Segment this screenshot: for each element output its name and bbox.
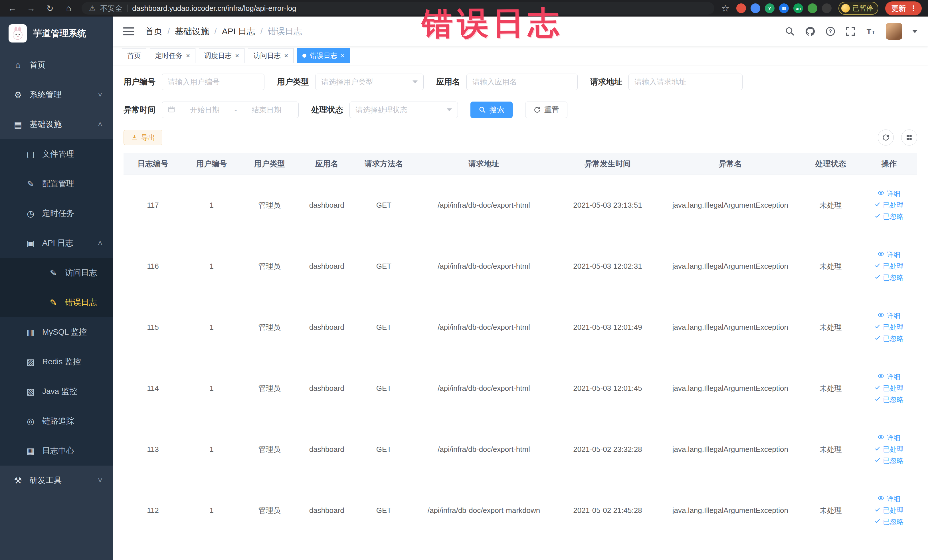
sidebar-item-error-log[interactable]: ✎错误日志 — [0, 288, 113, 317]
cell-user-type: 管理员 — [241, 297, 298, 358]
extension-record-icon[interactable] — [736, 3, 746, 13]
ignored-action[interactable]: 已忽略 — [875, 395, 904, 404]
sidebar-item-system[interactable]: ⚙系统管理˅ — [0, 80, 113, 110]
user-id-input[interactable] — [162, 73, 264, 90]
sidebar-toggle-icon[interactable] — [123, 27, 134, 35]
bookmark-star-icon[interactable]: ☆ — [721, 3, 730, 14]
export-button[interactable]: 导出 — [124, 130, 162, 145]
breadcrumb-item[interactable]: 首页 — [145, 26, 162, 37]
search-button[interactable]: 搜索 — [470, 102, 513, 118]
end-date-input[interactable] — [240, 105, 293, 114]
error-time-input[interactable]: - — [162, 102, 299, 118]
detail-action[interactable]: 详细 — [878, 311, 901, 320]
search-icon[interactable] — [785, 26, 795, 37]
sidebar-item-trace[interactable]: ◎链路追踪 — [0, 406, 113, 436]
close-icon[interactable]: × — [235, 52, 239, 59]
update-button[interactable]: 更新 ⋮ — [885, 2, 922, 15]
reload-icon[interactable]: ↻ — [44, 3, 56, 14]
tab-job[interactable]: 定时任务× — [150, 48, 195, 63]
detail-action-icon — [878, 433, 884, 442]
detail-action[interactable]: 详细 — [878, 189, 901, 198]
extension-y-icon[interactable]: Y — [765, 3, 774, 13]
sidebar-item-infra[interactable]: ▤基础设施˄ — [0, 110, 113, 139]
cell-actions: 详细已处理已忽略 — [861, 297, 917, 358]
sidebar-item-home[interactable]: ⌂首页 — [0, 50, 113, 80]
url-text[interactable]: dashboard.yudao.iocoder.cn/infra/log/api… — [132, 4, 296, 13]
github-icon[interactable] — [805, 26, 816, 37]
detail-action[interactable]: 详细 — [878, 250, 901, 259]
ignored-action[interactable]: 已忽略 — [875, 334, 904, 343]
ignored-action[interactable]: 已忽略 — [875, 456, 904, 465]
sidebar-item-log-center[interactable]: ▦日志中心 — [0, 436, 113, 465]
calendar-icon — [168, 105, 175, 114]
request-url-input[interactable] — [629, 73, 743, 90]
user-id-field[interactable] — [168, 78, 258, 87]
paused-badge[interactable]: 已暂停 — [838, 2, 878, 15]
ignored-action[interactable]: 已忽略 — [875, 517, 904, 526]
cell-error-time: 2021-05-03 12:02:31 — [555, 236, 660, 297]
sidebar-item-api-log[interactable]: ▣API 日志˄ — [0, 228, 113, 258]
detail-action[interactable]: 详细 — [878, 494, 901, 504]
ignored-action[interactable]: 已忽略 — [875, 273, 904, 282]
ignored-action[interactable]: 已忽略 — [875, 212, 904, 221]
detail-action[interactable]: 详细 — [878, 372, 901, 381]
tab-error-log[interactable]: 错误日志× — [297, 48, 350, 63]
fullscreen-icon[interactable] — [845, 26, 856, 37]
sidebar-item-dev-tools[interactable]: ⚒研发工具˅ — [0, 465, 113, 495]
filter-label-user-type: 用户类型 — [277, 76, 309, 87]
status-field[interactable] — [356, 105, 443, 114]
extension-drop-icon[interactable] — [751, 3, 760, 13]
cell-user-id: 1 — [182, 419, 241, 480]
sidebar-item-access-log[interactable]: ✎访问日志 — [0, 258, 113, 288]
row-actions: 详细已处理已忽略 — [864, 311, 914, 343]
breadcrumb-item[interactable]: 基础设施 — [175, 26, 209, 37]
tab-home[interactable]: 首页 — [122, 48, 147, 63]
security-label[interactable]: 不安全 — [100, 3, 122, 14]
sidebar-item-file[interactable]: ▢文件管理 — [0, 139, 113, 169]
sidebar-item-config[interactable]: ✎配置管理 — [0, 169, 113, 198]
font-size-icon[interactable]: TT — [865, 26, 876, 37]
close-icon[interactable]: × — [340, 52, 345, 59]
address-bar[interactable]: ⚠ 不安全 dashboard.yudao.iocoder.cn/infra/l… — [82, 2, 714, 15]
app-name-field[interactable] — [472, 78, 572, 87]
user-type-select[interactable] — [315, 73, 424, 90]
tab-job-log[interactable]: 调度日志× — [199, 48, 244, 63]
back-icon[interactable]: ← — [6, 3, 18, 13]
app-name-input[interactable] — [466, 73, 578, 90]
sidebar-item-mysql[interactable]: ▥MySQL 监控 — [0, 317, 113, 347]
processed-action[interactable]: 已处理 — [875, 384, 904, 393]
column-settings-button[interactable] — [901, 130, 917, 145]
sidebar-item-job[interactable]: ◷定时任务 — [0, 198, 113, 228]
close-icon[interactable]: × — [186, 52, 190, 59]
sidebar-item-java[interactable]: ▧Java 监控 — [0, 377, 113, 406]
extension-grid-icon[interactable]: ▦ — [779, 3, 789, 13]
breadcrumb-separator: / — [168, 26, 170, 36]
breadcrumb-item[interactable]: API 日志 — [222, 26, 255, 37]
processed-action[interactable]: 已处理 — [875, 262, 904, 271]
refresh-button[interactable] — [878, 130, 894, 145]
processed-action[interactable]: 已处理 — [875, 445, 904, 454]
app-logo[interactable]: 芋道管理系统 — [0, 17, 113, 50]
forward-icon[interactable]: → — [25, 3, 37, 13]
request-url-field[interactable] — [635, 78, 737, 87]
reset-button[interactable]: 重置 — [525, 102, 568, 118]
extension-leaf-icon[interactable] — [807, 3, 817, 13]
extension-paw-icon[interactable] — [822, 3, 832, 13]
start-date-input[interactable] — [179, 105, 231, 114]
help-icon[interactable]: ? — [825, 26, 836, 37]
kebab-menu-icon[interactable]: ⋮ — [910, 4, 917, 13]
status-select[interactable] — [350, 102, 458, 118]
extension-on-icon[interactable]: on — [793, 3, 803, 13]
tab-access-log[interactable]: 访问日志× — [248, 48, 293, 63]
user-avatar[interactable] — [886, 23, 902, 40]
processed-action[interactable]: 已处理 — [875, 323, 904, 332]
home-icon[interactable]: ⌂ — [63, 3, 75, 13]
detail-action[interactable]: 详细 — [878, 433, 901, 443]
sidebar-item-redis[interactable]: ▨Redis 监控 — [0, 347, 113, 377]
processed-action[interactable]: 已处理 — [875, 506, 904, 515]
processed-action[interactable]: 已处理 — [875, 201, 904, 210]
col-header-user-id: 用户编号 — [182, 153, 241, 175]
avatar-caret-icon[interactable] — [912, 30, 918, 33]
user-type-field[interactable] — [321, 78, 409, 87]
close-icon[interactable]: × — [284, 52, 288, 59]
